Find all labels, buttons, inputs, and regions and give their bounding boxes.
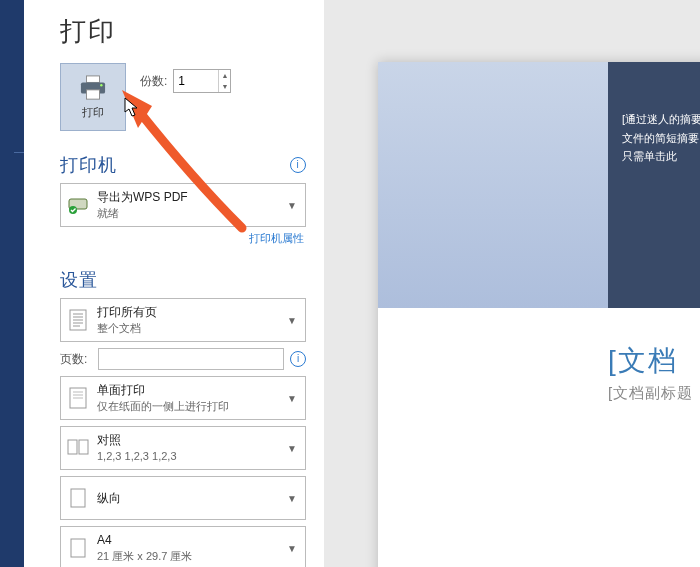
page-title: 打印 — [60, 14, 306, 49]
svg-point-3 — [100, 84, 102, 86]
backstage-nav-rail[interactable] — [0, 0, 24, 567]
paper-icon — [67, 538, 89, 558]
printer-heading: 打印机 i — [60, 153, 306, 177]
svg-rect-8 — [68, 440, 77, 454]
printer-select[interactable]: 导出为WPS PDF 就绪 ▼ — [60, 183, 306, 227]
page-lines-icon — [67, 309, 89, 331]
print-scope-select[interactable]: 打印所有页 整个文档 ▼ — [60, 298, 306, 342]
svg-point-5 — [69, 206, 77, 214]
printer-properties-link[interactable]: 打印机属性 — [62, 231, 304, 246]
chevron-down-icon: ▼ — [287, 493, 297, 504]
portrait-icon — [67, 488, 89, 508]
svg-rect-9 — [79, 440, 88, 454]
copies-up[interactable]: ▲ — [219, 70, 230, 81]
copies-input[interactable] — [174, 74, 218, 88]
chevron-down-icon: ▼ — [287, 393, 297, 404]
print-button-label: 打印 — [82, 105, 104, 120]
preview-doc-subtitle: [文档副标题 — [608, 384, 693, 403]
svg-rect-11 — [71, 539, 85, 557]
svg-rect-2 — [87, 89, 100, 98]
printer-status: 就绪 — [97, 206, 279, 221]
print-panel: 打印 打印 份数: ▲ ▼ — [24, 0, 324, 567]
printer-icon — [78, 75, 108, 101]
collate-icon — [67, 439, 89, 457]
pages-label: 页数: — [60, 351, 92, 368]
chevron-down-icon: ▼ — [287, 443, 297, 454]
copies-down[interactable]: ▼ — [219, 81, 230, 92]
orientation-select[interactable]: 纵向 ▼ — [60, 476, 306, 520]
preview-page: [通过迷人的摘要 文件的简短摘要 只需单击此 [文档 [文档副标题 — [378, 62, 700, 567]
printer-ready-icon — [67, 196, 89, 214]
paper-size-select[interactable]: A4 21 厘米 x 29.7 厘米 ▼ — [60, 526, 306, 567]
duplex-select[interactable]: 单面打印 仅在纸面的一侧上进行打印 ▼ — [60, 376, 306, 420]
pages-info-icon[interactable]: i — [290, 351, 306, 367]
copies-stepper[interactable]: ▲ ▼ — [173, 69, 231, 93]
print-preview: [通过迷人的摘要 文件的简短摘要 只需单击此 [文档 [文档副标题 — [324, 0, 700, 567]
svg-rect-0 — [87, 75, 100, 82]
preview-doc-title: [文档 — [608, 342, 678, 380]
settings-heading: 设置 — [60, 268, 306, 292]
preview-side-text: [通过迷人的摘要 文件的简短摘要 只需单击此 — [608, 62, 700, 308]
single-side-icon — [67, 387, 89, 409]
chevron-down-icon: ▼ — [287, 315, 297, 326]
collate-select[interactable]: 对照 1,2,3 1,2,3 1,2,3 ▼ — [60, 426, 306, 470]
chevron-down-icon: ▼ — [287, 200, 297, 211]
svg-rect-10 — [71, 489, 85, 507]
copies-label: 份数: — [140, 73, 167, 90]
printer-name: 导出为WPS PDF — [97, 189, 279, 205]
pages-input[interactable] — [98, 348, 284, 370]
print-button[interactable]: 打印 — [60, 63, 126, 131]
chevron-down-icon: ▼ — [287, 543, 297, 554]
printer-info-icon[interactable]: i — [290, 157, 306, 173]
